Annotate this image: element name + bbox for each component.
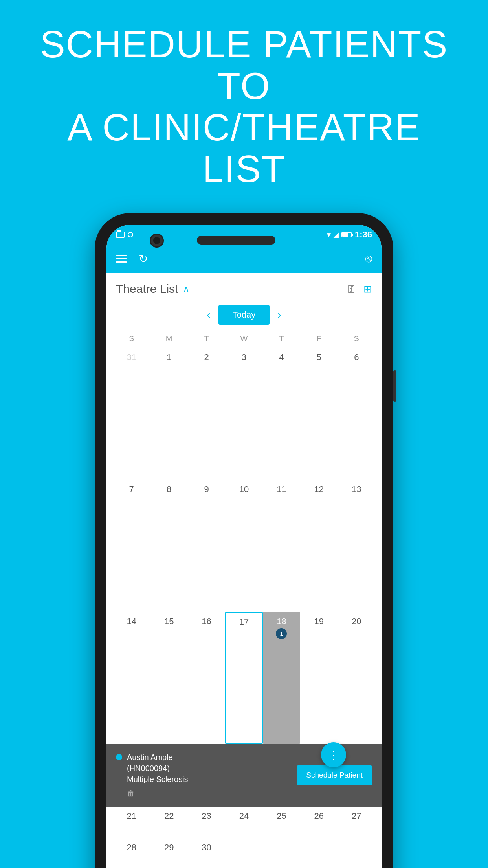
cal-cell-1[interactable]: 1 [150, 348, 187, 480]
delete-icon-btn[interactable]: 🗑 [127, 788, 188, 799]
cal-cell-14[interactable]: 14 [113, 612, 150, 744]
status-right: ▾ ◢ 1:36 [327, 230, 372, 240]
app-bar-left: ↻ [116, 252, 148, 265]
fab-button[interactable]: ⋮ [321, 742, 346, 767]
cal-cell-27[interactable]: 27 [338, 807, 375, 838]
cal-cell-26[interactable]: 26 [300, 807, 338, 838]
phone-screen: ▾ ◢ 1:36 ↻ ⎋ [106, 225, 382, 868]
header-icons: 🗓 ⊞ [346, 283, 372, 296]
grid-icon[interactable]: ⊞ [363, 283, 372, 295]
cal-cell-empty-4 [338, 838, 375, 868]
cal-cell-4[interactable]: 4 [263, 348, 300, 480]
cal-cell-11[interactable]: 11 [263, 480, 300, 612]
cal-cell-13[interactable]: 13 [338, 480, 375, 612]
cal-cell-19[interactable]: 19 [300, 612, 338, 744]
cal-cell-15[interactable]: 15 [150, 612, 187, 744]
patient-id: (HN000094) [127, 763, 188, 774]
cal-cell-8[interactable]: 8 [150, 480, 187, 612]
calendar-title: Theatre List [116, 282, 178, 296]
day-header-mon: M [150, 331, 187, 346]
calendar-icon[interactable]: 🗓 [346, 283, 357, 296]
nav-row: ‹ Today › [106, 302, 382, 331]
day-header-sun: S [113, 331, 150, 346]
phone-wrapper: ▾ ◢ 1:36 ↻ ⎋ [0, 213, 488, 868]
cal-cell-16[interactable]: 16 [188, 612, 225, 744]
status-circle-icon [128, 232, 133, 237]
cal-cell-18-selected[interactable]: 18 1 [263, 612, 300, 744]
phone-speaker [197, 236, 275, 245]
status-time: 1:36 [355, 230, 372, 240]
event-badge-1: 1 [276, 628, 287, 639]
phone: ▾ ◢ 1:36 ↻ ⎋ [95, 213, 393, 868]
logout-button[interactable]: ⎋ [365, 252, 372, 265]
cal-cell-3[interactable]: 3 [225, 348, 262, 480]
cal-cell-6[interactable]: 6 [338, 348, 375, 480]
app-bar: ↻ ⎋ [106, 245, 382, 273]
theatre-title-group: Theatre List ∧ [116, 282, 190, 296]
day-header-tue: T [188, 331, 225, 346]
day-header-fri: F [300, 331, 338, 346]
cal-cell-7[interactable]: 7 [113, 480, 150, 612]
cal-cell-empty-3 [300, 838, 338, 868]
phone-side-button [393, 370, 396, 402]
cal-cell-2[interactable]: 2 [188, 348, 225, 480]
wifi-icon: ▾ [327, 230, 330, 239]
sim-icon [116, 232, 125, 238]
cal-cell-22[interactable]: 22 [150, 807, 187, 838]
patient-name: Austin Ample [127, 752, 188, 763]
day-header-wed: W [225, 331, 262, 346]
refresh-button[interactable]: ↻ [139, 252, 148, 265]
day-headers: S M T W T F S [106, 331, 382, 346]
cal-cell-12[interactable]: 12 [300, 480, 338, 612]
hero-line2: A CLINIC/THEATRE LIST [31, 107, 457, 189]
patient-details: Austin Ample (HN000094) Multiple Scleros… [127, 752, 188, 799]
status-left [116, 232, 133, 238]
cal-cell-5[interactable]: 5 [300, 348, 338, 480]
cal-cell-20[interactable]: 20 [338, 612, 375, 744]
screen-content: Theatre List ∧ 🗓 ⊞ ‹ Today › S [106, 273, 382, 868]
cal-cell-9[interactable]: 9 [188, 480, 225, 612]
signal-icon: ◢ [334, 231, 338, 239]
calendar-header: Theatre List ∧ 🗓 ⊞ [106, 273, 382, 302]
calendar-grid: 31 1 2 3 4 5 6 7 8 9 10 11 12 13 14 [106, 348, 382, 744]
cal-cell-empty-1 [225, 838, 262, 868]
cal-cell-31-prev[interactable]: 31 [113, 348, 150, 480]
cal-cell-10[interactable]: 10 [225, 480, 262, 612]
cal-cell-30[interactable]: 30 [188, 838, 225, 868]
cal-cell-21[interactable]: 21 [113, 807, 150, 838]
day-header-thu: T [263, 331, 300, 346]
menu-button[interactable] [116, 255, 127, 263]
patient-info: Austin Ample (HN000094) Multiple Scleros… [116, 752, 188, 799]
cal-cell-17-today[interactable]: 17 [225, 612, 262, 744]
cal-cell-28[interactable]: 28 [113, 838, 150, 868]
cal-cell-25[interactable]: 25 [263, 807, 300, 838]
prev-month-button[interactable]: ‹ [207, 309, 210, 321]
hero-text: SCHEDULE PATIENTS TO A CLINIC/THEATRE LI… [0, 0, 488, 205]
patient-status-dot [116, 754, 122, 760]
cal-cell-29[interactable]: 29 [150, 838, 187, 868]
hero-line1: SCHEDULE PATIENTS TO [31, 24, 457, 107]
patient-condition: Multiple Sclerosis [127, 774, 188, 785]
cal-cell-24[interactable]: 24 [225, 807, 262, 838]
schedule-patient-button[interactable]: Schedule Patient [297, 765, 372, 785]
cal-cell-23[interactable]: 23 [188, 807, 225, 838]
next-month-button[interactable]: › [277, 309, 281, 321]
chevron-up-icon[interactable]: ∧ [183, 283, 190, 294]
battery-icon [341, 232, 352, 237]
cal-cell-empty-2 [263, 838, 300, 868]
day-header-sat: S [338, 331, 375, 346]
today-button[interactable]: Today [218, 305, 270, 325]
calendar-grid-lower: 21 22 23 24 25 26 27 28 29 30 [106, 807, 382, 868]
